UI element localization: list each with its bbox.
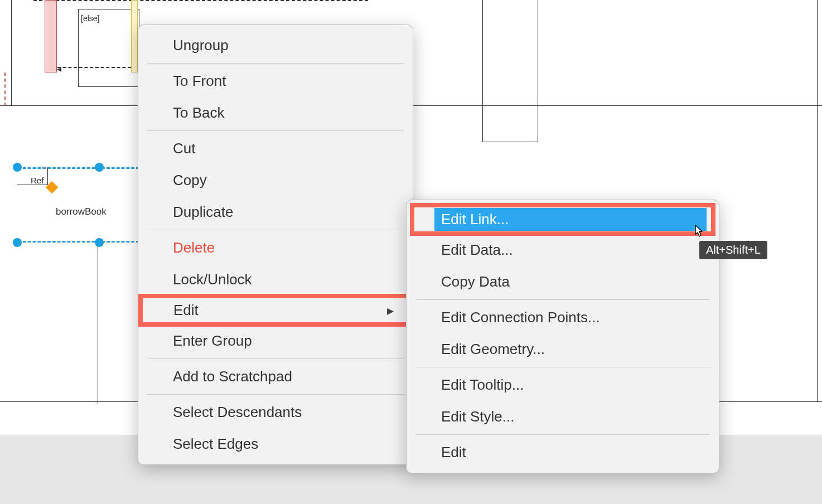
selection-handle[interactable] [95, 238, 104, 247]
activation-bar-red [45, 0, 57, 72]
menu-separator [415, 434, 710, 435]
submenu-item-edit-style[interactable]: Edit Style... [407, 401, 719, 433]
submenu-item-edit-data[interactable]: Edit Data... [407, 234, 719, 266]
menu-item-lock-unlock[interactable]: Lock/Unlock [138, 264, 413, 295]
selection-border-bottom [18, 241, 139, 243]
menu-item-add-scratchpad[interactable]: Add to Scratchpad [138, 361, 413, 392]
submenu-item-edit[interactable]: Edit [407, 437, 719, 468]
lifeline-vertical [98, 243, 98, 404]
menu-separator [415, 367, 710, 367]
diagram-lifeline-box [482, 0, 538, 142]
selection-handle[interactable] [95, 163, 104, 172]
menu-separator [147, 130, 404, 131]
menu-item-delete[interactable]: Delete [138, 232, 413, 264]
lifeline-red-dashed [4, 72, 6, 106]
return-arrow-head: ◂ [57, 64, 61, 74]
menu-item-enter-group[interactable]: Enter Group [138, 325, 413, 357]
menu-item-duplicate[interactable]: Duplicate [138, 196, 413, 228]
selected-ref-fragment[interactable]: Ref borrowBook [11, 167, 156, 243]
submenu-item-edit-tooltip[interactable]: Edit Tooltip... [407, 369, 719, 401]
submenu-item-edit-geometry[interactable]: Edit Geometry... [407, 333, 719, 365]
menu-item-cut[interactable]: Cut [138, 133, 413, 164]
edit-submenu: Edit Link... Edit Data... Copy Data Edit… [406, 200, 719, 473]
activation-bar-yellow [131, 0, 138, 72]
fragment-name-label: borrowBook [56, 206, 107, 217]
menu-item-select-descendants[interactable]: Select Descendants [138, 396, 413, 428]
submenu-item-edit-connection-points[interactable]: Edit Connection Points... [407, 302, 719, 333]
menu-separator [415, 299, 710, 300]
menu-item-ungroup[interactable]: Ungroup [138, 30, 413, 61]
menu-separator [147, 358, 404, 359]
return-message-line [57, 67, 131, 68]
upper-sequence-fragment [45, 0, 137, 72]
diagram-right-edge [817, 0, 822, 401]
submenu-item-edit-link[interactable]: Edit Link... [410, 203, 715, 236]
context-menu: Ungroup To Front To Back Cut Copy Duplic… [138, 25, 413, 465]
menu-separator [147, 230, 404, 230]
menu-item-copy[interactable]: Copy [138, 164, 413, 196]
submenu-item-label: Edit Link... [434, 208, 707, 231]
menu-item-to-back[interactable]: To Back [138, 97, 413, 129]
menu-separator [147, 63, 404, 64]
keyboard-shortcut-tooltip: Alt+Shift+L [699, 241, 767, 259]
selection-handle[interactable] [13, 238, 22, 247]
menu-item-select-edges[interactable]: Select Edges [138, 428, 413, 460]
ref-label: Ref [31, 176, 43, 185]
menu-item-to-front[interactable]: To Front [138, 65, 413, 97]
submenu-item-copy-data[interactable]: Copy Data [407, 266, 719, 298]
menu-separator [147, 394, 404, 395]
menu-item-edit[interactable]: Edit [138, 294, 413, 327]
